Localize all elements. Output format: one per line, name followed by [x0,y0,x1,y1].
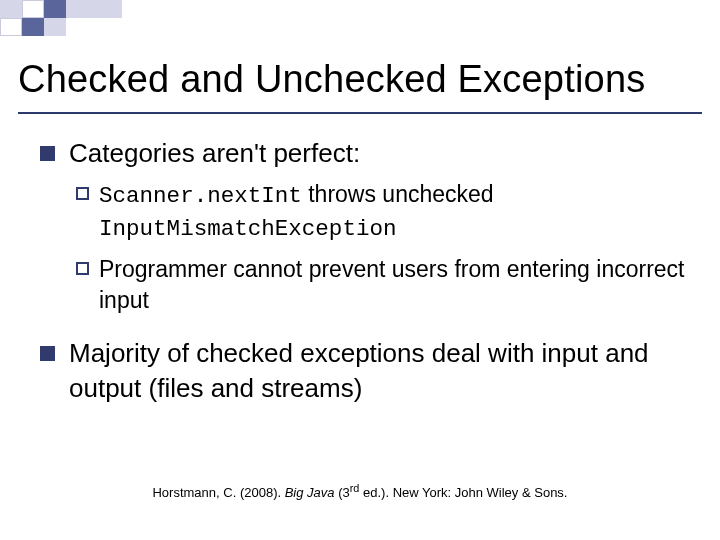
code-text: Scanner.nextInt [99,183,302,209]
bullet-level2: Programmer cannot prevent users from ent… [76,254,690,316]
hollow-square-bullet-icon [76,187,89,200]
bullet-text: Majority of checked exceptions deal with… [69,336,690,406]
bullet-level2: Scanner.nextInt throws unchecked InputMi… [76,179,690,244]
slide-title: Checked and Unchecked Exceptions [18,58,645,101]
slide-body: Categories aren't perfect: Scanner.nextI… [40,136,690,414]
slide-corner-decoration [0,0,168,36]
bullet-text: Categories aren't perfect: [69,136,360,171]
bullet-text: Programmer cannot prevent users from ent… [99,254,690,316]
hollow-square-bullet-icon [76,262,89,275]
square-bullet-icon [40,346,55,361]
bullet-text: Scanner.nextInt throws unchecked InputMi… [99,179,690,244]
bullet-level1: Majority of checked exceptions deal with… [40,336,690,406]
square-bullet-icon [40,146,55,161]
citation-footer: Horstmann, C. (2008). Big Java (3rd ed.)… [0,482,720,500]
bullet-level1: Categories aren't perfect: [40,136,690,171]
title-underline [18,112,702,114]
code-text: InputMismatchException [99,216,396,242]
